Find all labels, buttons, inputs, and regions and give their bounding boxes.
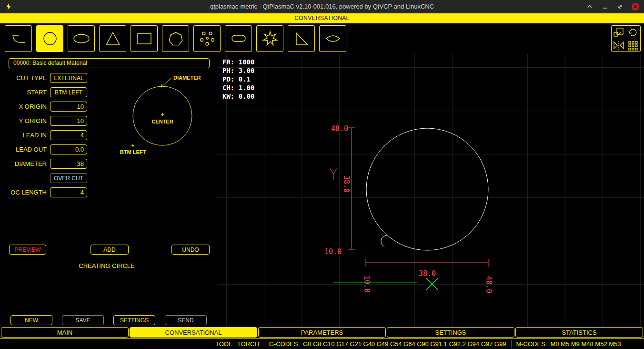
shape-utilities-group (611, 25, 641, 52)
diagram-btmleft-label: BTM LEFT (120, 149, 146, 155)
rotate-button[interactable] (627, 27, 639, 38)
tool-value: TORCH (237, 340, 259, 348)
minimize-button[interactable] (601, 3, 609, 10)
shape-triangle-button[interactable] (99, 25, 126, 52)
shape-rectangle-button[interactable] (131, 25, 158, 52)
sector-icon (323, 29, 342, 48)
undo-button[interactable]: UNDO (171, 245, 210, 255)
scale-button[interactable] (613, 27, 625, 38)
shape-toolbar (0, 23, 644, 54)
mode-banner: CONVERSATIONAL (0, 13, 644, 23)
tab-conversational[interactable]: CONVERSATIONAL (130, 327, 257, 338)
shape-sector-button[interactable] (319, 25, 346, 52)
lead-out-input[interactable] (50, 144, 87, 154)
diagram-btmleft-marker: + (131, 143, 134, 148)
scale-icon (613, 27, 624, 38)
lead-out-label: LEAD OUT (0, 144, 47, 154)
circle-icon (40, 29, 60, 48)
conversational-panel: 00000: Basic default Material CUT TYPE E… (0, 54, 217, 327)
cut-path-circle (366, 128, 488, 250)
dim-diameter-horizontal: 38.0 (419, 269, 436, 278)
tab-settings[interactable]: SETTINGS (387, 327, 514, 338)
dim-x-offset: 10.0 (362, 276, 371, 293)
add-button[interactable]: ADD (91, 245, 129, 255)
shape-bolt-circle-button[interactable] (193, 25, 221, 52)
shade-icon (587, 4, 593, 10)
x-origin-input[interactable] (50, 102, 87, 112)
line-icon (9, 29, 28, 48)
star-icon (261, 29, 280, 48)
shape-circle-button[interactable] (36, 25, 63, 52)
tab-statistics[interactable]: STATISTICS (515, 327, 643, 338)
shape-line-button[interactable] (5, 25, 32, 52)
over-cut-button[interactable]: OVER CUT (50, 173, 87, 183)
dim-y-offset: 10.0 (324, 247, 342, 256)
diagram-center-marker: + (161, 112, 164, 117)
tab-parameters[interactable]: PARAMETERS (258, 327, 386, 338)
lead-in-arc (381, 236, 387, 246)
restore-button[interactable] (616, 3, 624, 10)
shape-star-button[interactable] (256, 25, 283, 52)
oc-length-input[interactable] (50, 187, 87, 197)
lead-in-label: LEAD IN (0, 130, 47, 140)
statusbar-separator (265, 340, 265, 348)
lead-in-input[interactable] (50, 130, 87, 140)
close-button[interactable] (632, 3, 639, 10)
new-button[interactable]: NEW (10, 315, 52, 325)
bolt-circle-icon (198, 29, 217, 48)
shade-button[interactable] (586, 3, 594, 10)
mcodes-value: M0 M5 M9 M48 M52 M53 (550, 340, 621, 348)
restore-icon (617, 4, 623, 10)
dim-height-total: 48.0 (331, 124, 348, 133)
y-origin-input[interactable] (50, 116, 87, 126)
gcodes-value: G0 G8 G10 G17 G21 G40 G49 G54 G64 G90 G9… (303, 340, 506, 348)
start-label: START (0, 87, 47, 97)
array-icon (627, 40, 639, 51)
app-window: qtplasmac-metric - QtPlasmaC v2.10-001.0… (0, 0, 644, 349)
main-area: 00000: Basic default Material CUT TYPE E… (0, 54, 644, 327)
window-title: qtplasmac-metric - QtPlasmaC v2.10-001.0… (0, 3, 644, 10)
shape-ellipse-button[interactable] (68, 25, 95, 52)
diagram-center-label: CENTER (151, 119, 173, 124)
y-origin-label: Y ORIGIN (0, 116, 47, 126)
rotate-icon (627, 27, 639, 38)
diameter-label: DIAMETER (0, 159, 47, 169)
diagram-leader-line (161, 78, 171, 87)
minimize-icon (602, 4, 608, 10)
dimension-arrow-marker (330, 168, 337, 180)
mcodes-label: M-CODES: (516, 340, 547, 348)
ellipse-icon (72, 29, 91, 48)
triangle-icon (103, 29, 122, 48)
tool-label: TOOL: (215, 340, 234, 348)
titlebar: qtplasmac-metric - QtPlasmaC v2.10-001.0… (0, 0, 644, 13)
dim-diameter-vertical: 38.0 (342, 175, 351, 193)
shape-polygon-button[interactable] (162, 25, 189, 52)
main-tab-bar: MAIN CONVERSATIONAL PARAMETERS SETTINGS … (0, 327, 644, 338)
gusset-icon (292, 29, 311, 48)
preview-button[interactable]: PREVIEW (9, 245, 46, 255)
diameter-input[interactable] (50, 159, 87, 169)
shape-diagram: DIAMETER + CENTER + BTM LEFT (100, 66, 214, 175)
shape-gusset-button[interactable] (288, 25, 315, 52)
diagram-diameter-label: DIAMETER (173, 75, 201, 81)
preview-drawing: 48.0 10.0 38.0 38.0 10.0 48.0 (217, 54, 644, 327)
gcode-preview[interactable]: FR: 1000 PH: 3.00 PD: 0.1 CH: 1.00 KW: 0… (217, 54, 644, 327)
save-button[interactable]: SAVE (62, 315, 104, 325)
send-button[interactable]: SEND (165, 315, 207, 325)
status-bar: TOOL: TORCH G-CODES: G0 G8 G10 G17 G21 G… (0, 338, 644, 349)
tab-main[interactable]: MAIN (1, 327, 129, 338)
array-button[interactable] (627, 40, 639, 51)
cut-type-label: CUT TYPE (0, 73, 47, 83)
shape-slot-button[interactable] (225, 25, 252, 52)
close-icon (633, 4, 638, 9)
settings-button[interactable]: SETTINGS (113, 315, 155, 325)
statusbar-separator (512, 340, 512, 348)
start-position-button[interactable]: BTM LEFT (50, 87, 87, 97)
cut-type-button[interactable]: EXTERNAL (50, 73, 87, 83)
polygon-icon (166, 29, 185, 48)
oc-length-label: OC LENGTH (0, 187, 47, 197)
panel-status-text: CREATING CIRCLE (57, 262, 156, 269)
mirror-button[interactable] (613, 40, 625, 51)
rectangle-icon (135, 29, 154, 48)
x-origin-label: X ORIGIN (0, 102, 47, 112)
